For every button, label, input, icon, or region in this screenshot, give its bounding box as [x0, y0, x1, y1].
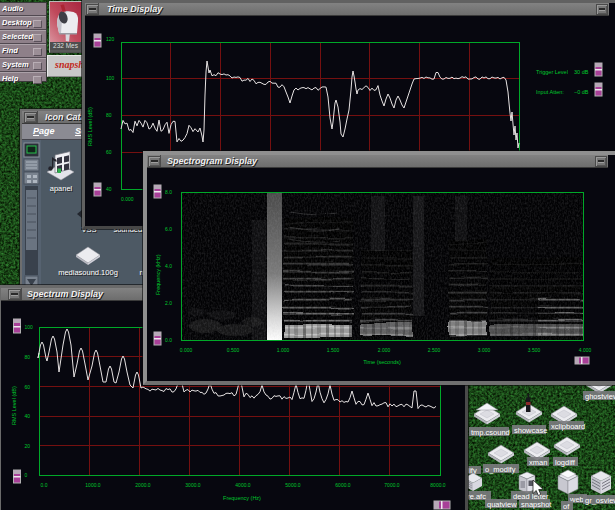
svg-text:100: 100 [25, 324, 34, 330]
svg-text:2.0: 2.0 [165, 300, 172, 306]
svg-text:1.000: 1.000 [277, 347, 290, 353]
svg-text:logdiff: logdiff [555, 458, 576, 467]
svg-text:3.500: 3.500 [528, 347, 541, 353]
svg-text:0.000: 0.000 [180, 347, 193, 353]
svg-text:apanel: apanel [50, 184, 73, 193]
svg-text:quatview: quatview [487, 500, 517, 509]
svg-text:tmp.csound: tmp.csound [471, 428, 510, 437]
svg-text:5000.0: 5000.0 [285, 482, 301, 488]
svg-text:snapshot: snapshot [521, 500, 552, 509]
svg-text:xclipboard: xclipboard [551, 422, 585, 431]
svg-text:3.000: 3.000 [478, 347, 491, 353]
svg-text:30 dB: 30 dB [574, 69, 589, 75]
svg-text:40: 40 [25, 413, 31, 419]
svg-text:7000.0: 7000.0 [384, 482, 400, 488]
svg-text:xman: xman [529, 458, 547, 467]
svg-text:−0 dB: −0 dB [574, 89, 589, 95]
svg-text:120: 120 [106, 36, 115, 42]
svg-text:4.000: 4.000 [579, 347, 592, 353]
svg-text:40: 40 [106, 186, 112, 192]
svg-text:3000.0: 3000.0 [185, 482, 201, 488]
svg-text:of: of [563, 502, 570, 510]
svg-text:6.0: 6.0 [165, 226, 172, 232]
svg-text:2000.0: 2000.0 [135, 482, 151, 488]
svg-text:o_modify: o_modify [485, 465, 516, 474]
svg-text:Frequency (kHz): Frequency (kHz) [155, 254, 161, 295]
svg-text:4000.0: 4000.0 [235, 482, 251, 488]
svg-text:2.500: 2.500 [428, 347, 441, 353]
svg-text:Frequency (Hz): Frequency (Hz) [223, 495, 261, 501]
svg-text:2.000: 2.000 [378, 347, 391, 353]
svg-text:Input Atten:: Input Atten: [536, 89, 564, 95]
svg-text:RMS Level (dB): RMS Level (dB) [11, 386, 17, 425]
svg-text:0.0: 0.0 [41, 482, 48, 488]
svg-text:0: 0 [25, 472, 28, 478]
svg-text:80: 80 [106, 112, 112, 118]
svg-text:1000.0: 1000.0 [85, 482, 101, 488]
svg-text:4.0: 4.0 [165, 263, 172, 269]
svg-text:8000.0: 8000.0 [430, 482, 446, 488]
svg-text:0.500: 0.500 [227, 347, 240, 353]
svg-text:showcase: showcase [514, 426, 547, 435]
svg-text:ghostview: ghostview [585, 392, 615, 401]
svg-text:1.500: 1.500 [327, 347, 340, 353]
svg-text:20: 20 [25, 443, 31, 449]
svg-text:0.0: 0.0 [165, 337, 172, 343]
svg-text:gr_osview: gr_osview [585, 496, 615, 505]
svg-text:0.000: 0.000 [121, 196, 134, 202]
svg-text:60: 60 [106, 149, 112, 155]
svg-text:Time (seconds): Time (seconds) [363, 359, 401, 365]
svg-text:RMS Level (dB): RMS Level (dB) [87, 107, 93, 146]
svg-text:100: 100 [106, 75, 115, 81]
svg-text:6000.0: 6000.0 [335, 482, 351, 488]
svg-text:Trigger Level: Trigger Level [536, 69, 568, 75]
svg-text:60: 60 [25, 384, 31, 390]
svg-text:8.0: 8.0 [165, 189, 172, 195]
svg-text:mediasound.100g: mediasound.100g [58, 268, 118, 277]
svg-text:80: 80 [25, 354, 31, 360]
